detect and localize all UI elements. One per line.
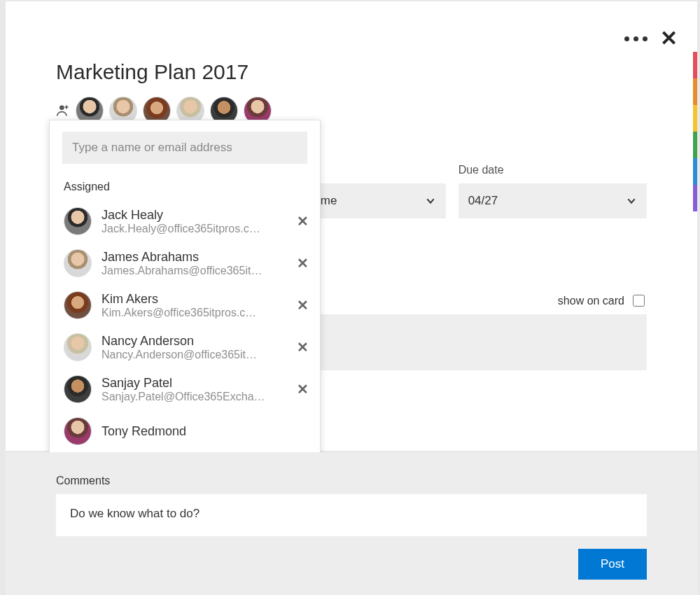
field-label: Due date <box>458 164 647 176</box>
remove-person-icon[interactable]: ✕ <box>293 297 313 314</box>
person-name: James Abrahams <box>102 250 283 265</box>
add-assignee-icon[interactable] <box>56 104 70 118</box>
people-picker-popover: Assigned Jack Healy Jack.Healy@office365… <box>49 120 321 458</box>
remove-person-icon[interactable]: ✕ <box>293 213 313 230</box>
person-text: Sanjay Patel Sanjay.Patel@Office365Excha… <box>102 376 283 403</box>
chevron-down-icon <box>626 195 637 206</box>
person-name: Nancy Anderson <box>102 334 283 349</box>
avatar <box>64 249 92 277</box>
post-comment-button[interactable]: Post <box>578 549 647 580</box>
person-email: Kim.Akers@office365itpros.c… <box>102 307 270 319</box>
person-text: James Abrahams James.Abrahams@office365i… <box>102 250 283 277</box>
people-picker-list[interactable]: Assigned Jack Healy Jack.Healy@office365… <box>50 172 320 458</box>
person-text: Kim Akers Kim.Akers@office365itpros.c… <box>102 292 283 319</box>
assigned-person-item[interactable]: James Abrahams James.Abrahams@office365i… <box>62 242 320 284</box>
assigned-person-item[interactable]: Jack Healy Jack.Healy@office365itpros.c…… <box>62 200 320 242</box>
dropdown-value: 04/27 <box>468 194 498 208</box>
avatar <box>64 417 92 445</box>
assigned-person-item[interactable]: Nancy Anderson Nancy.Anderson@office365i… <box>62 326 320 368</box>
card-actions: ✕ <box>624 28 678 49</box>
show-on-card-checkbox[interactable] <box>633 295 645 307</box>
person-name: Kim Akers <box>102 292 283 307</box>
chevron-down-icon <box>425 195 436 206</box>
person-email: Sanjay.Patel@Office365Excha… <box>102 391 270 403</box>
person-email: James.Abrahams@office365it… <box>102 265 270 277</box>
remove-person-icon[interactable]: ✕ <box>293 255 313 272</box>
due-date-dropdown[interactable]: 04/27 <box>458 183 647 218</box>
person-text: Jack Healy Jack.Healy@office365itpros.c… <box>102 208 283 235</box>
svg-point-0 <box>59 106 64 111</box>
people-search-input[interactable] <box>62 132 307 164</box>
task-title[interactable]: Marketing Plan 2017 <box>56 60 647 84</box>
show-on-card-label: show on card <box>558 295 624 307</box>
avatar <box>64 333 92 361</box>
person-email: Nancy.Anderson@office365it… <box>102 349 270 361</box>
avatar <box>64 375 92 403</box>
person-text: Nancy Anderson Nancy.Anderson@office365i… <box>102 334 283 361</box>
remove-person-icon[interactable]: ✕ <box>293 339 313 356</box>
comments-footer: Comments Post <box>6 452 697 595</box>
assigned-section-label: Assigned <box>64 181 320 193</box>
category-color-strip[interactable] <box>693 52 697 211</box>
avatar <box>64 291 92 319</box>
due-date-field: Due date 04/27 <box>458 164 647 218</box>
person-email: Jack.Healy@office365itpros.c… <box>102 223 270 235</box>
remove-person-icon[interactable]: ✕ <box>293 381 313 398</box>
close-icon[interactable]: ✕ <box>660 28 678 49</box>
assigned-person-item[interactable]: Tony Redmond <box>62 410 320 452</box>
comments-label: Comments <box>56 475 647 487</box>
assigned-person-item[interactable]: Kim Akers Kim.Akers@office365itpros.c… ✕ <box>62 284 320 326</box>
assigned-person-item[interactable]: Sanjay Patel Sanjay.Patel@Office365Excha… <box>62 368 320 410</box>
person-text: Tony Redmond <box>102 424 313 439</box>
person-name: Sanjay Patel <box>102 376 283 391</box>
avatar <box>64 207 92 235</box>
more-options-icon[interactable] <box>624 36 648 41</box>
person-name: Jack Healy <box>102 208 283 223</box>
comment-input[interactable] <box>56 494 647 536</box>
person-name: Tony Redmond <box>102 424 313 439</box>
